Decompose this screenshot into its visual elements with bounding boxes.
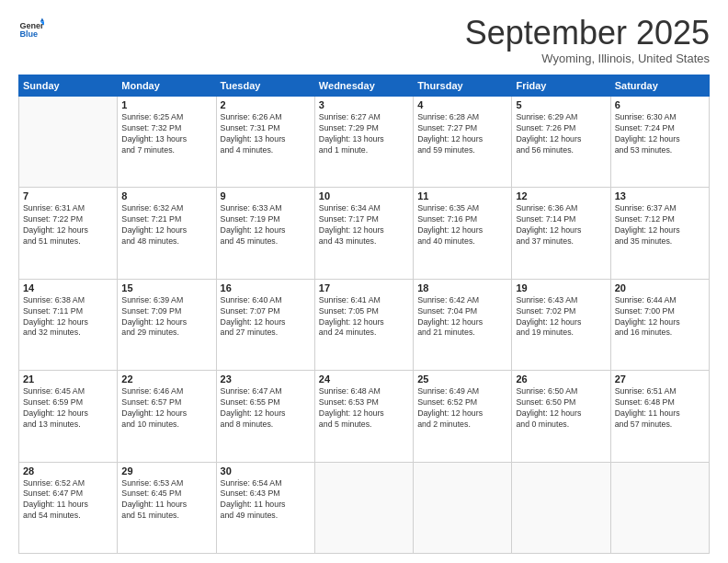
table-row: 9Sunrise: 6:33 AM Sunset: 7:19 PM Daylig… xyxy=(216,188,314,279)
day-number: 7 xyxy=(23,190,113,201)
table-row xyxy=(610,462,709,553)
day-number: 11 xyxy=(417,190,507,201)
day-number: 2 xyxy=(221,99,311,110)
table-row: 1Sunrise: 6:25 AM Sunset: 7:32 PM Daylig… xyxy=(118,97,216,188)
day-number: 8 xyxy=(121,190,211,201)
day-number: 20 xyxy=(615,282,705,293)
day-number: 9 xyxy=(221,190,311,201)
day-info: Sunrise: 6:50 AM Sunset: 6:50 PM Dayligh… xyxy=(516,386,606,431)
day-info: Sunrise: 6:46 AM Sunset: 6:57 PM Dayligh… xyxy=(121,386,211,431)
table-row: 20Sunrise: 6:44 AM Sunset: 7:00 PM Dayli… xyxy=(610,279,709,370)
day-info: Sunrise: 6:32 AM Sunset: 7:21 PM Dayligh… xyxy=(121,203,211,247)
day-number: 23 xyxy=(221,373,311,385)
col-thursday: Thursday xyxy=(414,75,512,97)
table-row: 15Sunrise: 6:39 AM Sunset: 7:09 PM Dayli… xyxy=(118,279,216,370)
table-row: 5Sunrise: 6:29 AM Sunset: 7:26 PM Daylig… xyxy=(512,97,610,188)
table-row: 16Sunrise: 6:40 AM Sunset: 7:07 PM Dayli… xyxy=(216,279,314,370)
table-row xyxy=(314,462,413,553)
table-row: 25Sunrise: 6:49 AM Sunset: 6:52 PM Dayli… xyxy=(414,371,512,462)
table-row: 22Sunrise: 6:46 AM Sunset: 6:57 PM Dayli… xyxy=(118,371,216,462)
table-row: 21Sunrise: 6:45 AM Sunset: 6:59 PM Dayli… xyxy=(19,371,118,462)
day-info: Sunrise: 6:28 AM Sunset: 7:27 PM Dayligh… xyxy=(417,112,507,156)
day-info: Sunrise: 6:33 AM Sunset: 7:19 PM Dayligh… xyxy=(221,203,311,247)
col-wednesday: Wednesday xyxy=(314,75,413,97)
day-number: 12 xyxy=(516,190,606,201)
table-row xyxy=(512,462,610,553)
day-number: 21 xyxy=(23,373,113,385)
table-row: 18Sunrise: 6:42 AM Sunset: 7:04 PM Dayli… xyxy=(414,279,512,370)
day-number: 6 xyxy=(615,99,705,110)
day-info: Sunrise: 6:25 AM Sunset: 7:32 PM Dayligh… xyxy=(121,112,211,156)
table-row: 10Sunrise: 6:34 AM Sunset: 7:17 PM Dayli… xyxy=(314,188,413,279)
day-info: Sunrise: 6:54 AM Sunset: 6:43 PM Dayligh… xyxy=(221,478,311,523)
day-info: Sunrise: 6:39 AM Sunset: 7:09 PM Dayligh… xyxy=(121,295,211,339)
calendar-body: 1Sunrise: 6:25 AM Sunset: 7:32 PM Daylig… xyxy=(19,97,710,554)
col-tuesday: Tuesday xyxy=(216,75,314,97)
day-number: 5 xyxy=(516,99,606,110)
day-info: Sunrise: 6:41 AM Sunset: 7:05 PM Dayligh… xyxy=(319,295,409,339)
svg-text:Blue: Blue xyxy=(19,29,38,39)
day-info: Sunrise: 6:40 AM Sunset: 7:07 PM Dayligh… xyxy=(221,295,311,339)
day-number: 15 xyxy=(121,282,211,293)
day-info: Sunrise: 6:37 AM Sunset: 7:12 PM Dayligh… xyxy=(615,203,705,247)
logo-icon: General Blue xyxy=(18,17,44,42)
table-row: 13Sunrise: 6:37 AM Sunset: 7:12 PM Dayli… xyxy=(610,188,709,279)
day-number: 27 xyxy=(615,373,705,385)
day-number: 3 xyxy=(319,99,409,110)
col-monday: Monday xyxy=(118,75,216,97)
day-info: Sunrise: 6:44 AM Sunset: 7:00 PM Dayligh… xyxy=(615,295,705,339)
day-number: 4 xyxy=(417,99,507,110)
day-number: 1 xyxy=(121,99,211,110)
col-friday: Friday xyxy=(512,75,610,97)
calendar-header: Sunday Monday Tuesday Wednesday Thursday… xyxy=(19,75,710,97)
table-row: 19Sunrise: 6:43 AM Sunset: 7:02 PM Dayli… xyxy=(512,279,610,370)
day-info: Sunrise: 6:45 AM Sunset: 6:59 PM Dayligh… xyxy=(23,386,113,431)
day-info: Sunrise: 6:51 AM Sunset: 6:48 PM Dayligh… xyxy=(615,386,705,431)
table-row: 27Sunrise: 6:51 AM Sunset: 6:48 PM Dayli… xyxy=(610,371,709,462)
table-row: 24Sunrise: 6:48 AM Sunset: 6:53 PM Dayli… xyxy=(314,371,413,462)
title-block: September 2025 Wyoming, Illinois, United… xyxy=(465,17,710,65)
table-row: 29Sunrise: 6:53 AM Sunset: 6:45 PM Dayli… xyxy=(118,462,216,553)
logo: General Blue xyxy=(18,17,44,42)
calendar-page: General Blue September 2025 Wyoming, Ill… xyxy=(0,0,728,563)
day-info: Sunrise: 6:53 AM Sunset: 6:45 PM Dayligh… xyxy=(121,478,211,523)
table-row: 7Sunrise: 6:31 AM Sunset: 7:22 PM Daylig… xyxy=(19,188,118,279)
day-number: 26 xyxy=(516,373,606,385)
table-row: 2Sunrise: 6:26 AM Sunset: 7:31 PM Daylig… xyxy=(216,97,314,188)
table-row xyxy=(19,97,118,188)
day-number: 17 xyxy=(319,282,409,293)
day-info: Sunrise: 6:35 AM Sunset: 7:16 PM Dayligh… xyxy=(417,203,507,247)
table-row: 3Sunrise: 6:27 AM Sunset: 7:29 PM Daylig… xyxy=(314,97,413,188)
day-number: 22 xyxy=(121,373,211,385)
svg-text:General: General xyxy=(19,21,44,30)
day-number: 29 xyxy=(121,465,211,477)
table-row: 30Sunrise: 6:54 AM Sunset: 6:43 PM Dayli… xyxy=(216,462,314,553)
day-info: Sunrise: 6:43 AM Sunset: 7:02 PM Dayligh… xyxy=(516,295,606,339)
svg-marker-2 xyxy=(40,17,44,21)
day-info: Sunrise: 6:47 AM Sunset: 6:55 PM Dayligh… xyxy=(221,386,311,431)
table-row: 14Sunrise: 6:38 AM Sunset: 7:11 PM Dayli… xyxy=(19,279,118,370)
day-info: Sunrise: 6:52 AM Sunset: 6:47 PM Dayligh… xyxy=(23,478,113,523)
day-number: 19 xyxy=(516,282,606,293)
day-info: Sunrise: 6:38 AM Sunset: 7:11 PM Dayligh… xyxy=(23,295,113,339)
day-number: 10 xyxy=(319,190,409,201)
day-number: 14 xyxy=(23,282,113,293)
day-info: Sunrise: 6:31 AM Sunset: 7:22 PM Dayligh… xyxy=(23,203,113,247)
day-info: Sunrise: 6:36 AM Sunset: 7:14 PM Dayligh… xyxy=(516,203,606,247)
table-row: 23Sunrise: 6:47 AM Sunset: 6:55 PM Dayli… xyxy=(216,371,314,462)
month-title: September 2025 xyxy=(465,17,710,50)
day-info: Sunrise: 6:30 AM Sunset: 7:24 PM Dayligh… xyxy=(615,112,705,156)
table-row: 17Sunrise: 6:41 AM Sunset: 7:05 PM Dayli… xyxy=(314,279,413,370)
table-row: 6Sunrise: 6:30 AM Sunset: 7:24 PM Daylig… xyxy=(610,97,709,188)
table-row xyxy=(414,462,512,553)
day-number: 30 xyxy=(221,465,311,477)
table-row: 8Sunrise: 6:32 AM Sunset: 7:21 PM Daylig… xyxy=(118,188,216,279)
day-number: 18 xyxy=(417,282,507,293)
day-info: Sunrise: 6:49 AM Sunset: 6:52 PM Dayligh… xyxy=(417,386,507,431)
table-row: 11Sunrise: 6:35 AM Sunset: 7:16 PM Dayli… xyxy=(414,188,512,279)
day-info: Sunrise: 6:29 AM Sunset: 7:26 PM Dayligh… xyxy=(516,112,606,156)
day-number: 25 xyxy=(417,373,507,385)
day-info: Sunrise: 6:26 AM Sunset: 7:31 PM Dayligh… xyxy=(221,112,311,156)
day-info: Sunrise: 6:42 AM Sunset: 7:04 PM Dayligh… xyxy=(417,295,507,339)
table-row: 26Sunrise: 6:50 AM Sunset: 6:50 PM Dayli… xyxy=(512,371,610,462)
